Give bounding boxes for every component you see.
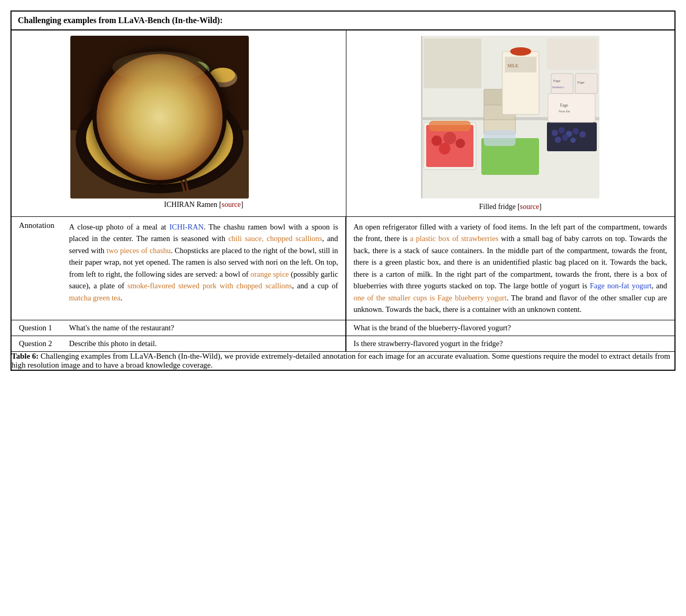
ann1-matcha: matcha green tea (69, 294, 121, 302)
svg-point-4 (97, 99, 223, 178)
svg-point-9 (150, 123, 159, 132)
svg-point-23 (456, 139, 465, 148)
question2-row: Question 2 Describe this photo in detail… (11, 336, 675, 351)
fridge-caption-text: Filled fridge [ (479, 203, 520, 211)
ramen-source-link[interactable]: source (221, 201, 241, 208)
main-table: Challenging examples from LLaVA-Bench (I… (10, 11, 676, 371)
svg-point-3 (86, 92, 233, 184)
svg-point-40 (579, 131, 586, 138)
svg-rect-35 (547, 122, 597, 151)
ann1-orange-spice: orange spice (250, 270, 289, 278)
fridge-caption-end: ] (539, 203, 542, 211)
svg-point-21 (431, 135, 442, 146)
ann1-text7: . (121, 294, 123, 302)
ann2-strawberries: a plastic box of strawberries (410, 234, 498, 243)
svg-rect-53 (547, 38, 597, 70)
ann1-stewed-pork: smoke-flavored stewed pork with chopped … (128, 281, 292, 290)
question1-row: Question 1 What's the name of the restau… (11, 320, 675, 336)
ann2-fage-blueberry: one of the smaller cups is Fage blueberr… (354, 294, 507, 302)
svg-rect-30 (484, 130, 515, 146)
svg-rect-47 (551, 74, 573, 93)
svg-text:Fage: Fage (560, 103, 568, 108)
header-row: Challenging examples from LLaVA-Bench (I… (11, 11, 675, 30)
ann2-fage-nonfat: Fage non-fat yogurt (590, 281, 652, 290)
q2-col2: Is there strawberry-flavored yogurt in t… (346, 336, 675, 351)
q1-label: Question 1 (11, 320, 62, 336)
svg-point-7 (157, 112, 183, 122)
ann1-text6: , and a cup of (292, 281, 338, 290)
ramen-svg (70, 36, 249, 199)
ramen-caption-end: ] (241, 201, 244, 208)
caption-title: Table 6: (12, 352, 39, 360)
svg-rect-52 (424, 38, 481, 88)
ramen-image-cell: ICHIRAN Ramen [source] (62, 30, 346, 217)
q2-label: Question 2 (11, 336, 62, 351)
svg-point-5 (107, 112, 212, 175)
ramen-image (70, 36, 249, 199)
ann2-and: , and (652, 281, 667, 290)
fridge-source-link[interactable]: source (520, 203, 540, 211)
svg-point-2 (76, 88, 244, 193)
fridge-image-cell: MILK Fage Non-f (346, 30, 675, 217)
svg-text:blueberry: blueberry (552, 86, 564, 89)
svg-point-6 (133, 113, 165, 126)
ann1-chili: chili sauce, chopped scallions (228, 234, 322, 243)
ramen-caption: ICHIRAN Ramen [source] (70, 201, 337, 209)
caption-row: Table 6: Challenging examples from LLaVA… (11, 351, 675, 370)
svg-rect-54 (421, 36, 423, 199)
svg-point-37 (558, 127, 565, 133)
svg-point-41 (555, 137, 561, 143)
svg-point-24 (439, 143, 450, 154)
svg-text:Fage: Fage (553, 79, 561, 83)
annotation-col1: A close-up photo of a meal at ICHI-RAN. … (62, 217, 346, 320)
q1-col1: What's the name of the restaurant? (62, 320, 346, 336)
svg-point-42 (562, 134, 568, 141)
ramen-caption-text: ICHIRAN Ramen [ (164, 201, 222, 208)
svg-point-43 (571, 138, 576, 143)
fridge-caption: Filled fridge [source] (355, 203, 666, 211)
q1-col2: What is the brand of the blueberry-flavo… (346, 320, 675, 336)
label-empty (11, 30, 62, 217)
svg-rect-25 (429, 121, 471, 131)
svg-text:Non-fat: Non-fat (558, 109, 570, 113)
images-row: ICHIRAN Ramen [source] (11, 30, 675, 217)
fridge-image: MILK Fage Non-f (421, 36, 599, 199)
svg-text:MILK: MILK (508, 64, 519, 68)
table-header: Challenging examples from LLaVA-Bench (I… (11, 11, 675, 30)
fridge-svg: MILK Fage Non-f (421, 36, 599, 199)
q2-col1: Describe this photo in detail. (62, 336, 346, 351)
svg-point-34 (510, 47, 531, 56)
ann1-text1: A close-up photo of a meal at (69, 223, 170, 231)
annotation-col2: An open refrigerator filled with a varie… (346, 217, 675, 320)
caption-text: Challenging examples from LLaVA-Bench (I… (12, 352, 670, 369)
table-caption: Table 6: Challenging examples from LLaVA… (11, 351, 675, 370)
ann1-ichiran: ICHI-RAN (170, 223, 204, 231)
svg-point-8 (160, 123, 191, 142)
annotation-label: Annotation (11, 217, 62, 320)
ann1-chashu: two pieces of chashu (107, 246, 171, 255)
svg-point-36 (552, 130, 558, 136)
svg-point-12 (183, 61, 209, 78)
svg-point-13 (185, 61, 207, 74)
svg-point-39 (573, 128, 579, 134)
svg-rect-44 (548, 93, 595, 122)
svg-point-22 (444, 132, 456, 144)
annotation-row: Annotation A close-up photo of a meal at… (11, 217, 675, 320)
svg-point-11 (210, 68, 235, 82)
svg-text:Fage: Fage (577, 80, 585, 85)
